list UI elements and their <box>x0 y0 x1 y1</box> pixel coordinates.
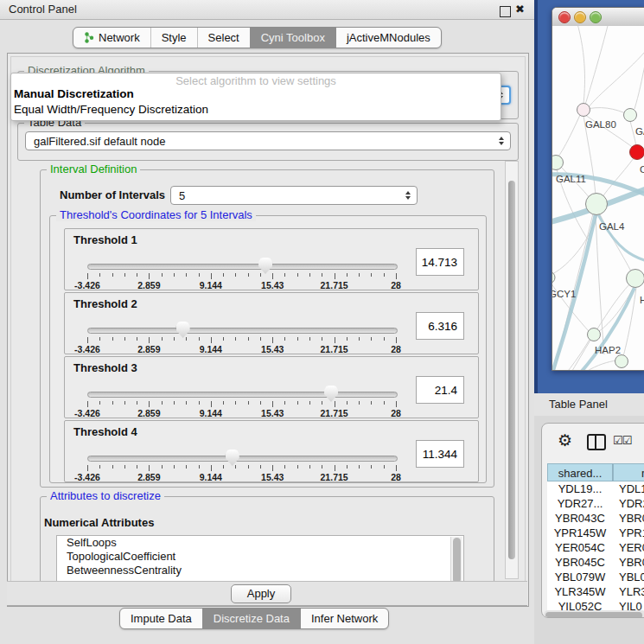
slider-tick <box>162 273 163 277</box>
close-icon[interactable]: ✖ <box>515 3 525 16</box>
slider-tick <box>309 465 310 469</box>
network-canvas[interactable]: GAL80GACGAL11GAL4GCY1HHAP2 <box>552 26 644 370</box>
tick-label: 15.43 <box>261 472 284 482</box>
numerical-attributes-list[interactable]: SelfLoopsTopologicalCoefficientBetweenne… <box>56 535 464 587</box>
network-node[interactable] <box>588 328 601 341</box>
column-header-2[interactable]: n... <box>613 463 644 481</box>
table-row[interactable]: YDL19...YDL1 <box>547 481 644 496</box>
bottom-tab-discretize-data[interactable]: Discretize Data <box>202 609 300 628</box>
slider-tick <box>272 337 273 343</box>
tick-label: 2.859 <box>137 344 160 354</box>
tick-label: 28 <box>391 344 401 354</box>
attributes-scrollbar-thumb[interactable] <box>453 538 461 583</box>
network-graph: GAL80GACGAL11GAL4GCY1HHAP2 <box>552 26 644 370</box>
tick-label: 21.715 <box>321 280 348 290</box>
attribute-item[interactable]: SelfLoops <box>57 536 463 550</box>
algorithm-option-manual[interactable]: Manual Discretization <box>14 87 498 101</box>
slider-tick <box>211 337 212 343</box>
attributes-group-title: Attributes to discretize <box>47 489 164 502</box>
network-node[interactable] <box>586 194 608 215</box>
split-columns-icon[interactable] <box>587 434 606 450</box>
panel-vertical-scrollbar[interactable] <box>505 161 519 579</box>
close-traffic-light-icon[interactable] <box>558 11 571 23</box>
control-panel-title: Control Panel <box>9 3 77 16</box>
slider-tick <box>272 465 273 471</box>
slider-tick <box>162 401 163 405</box>
slider-tick <box>199 401 200 405</box>
tab-jactivemnodules[interactable]: jActiveMNodules <box>335 28 441 48</box>
attribute-item[interactable]: TopologicalCoefficient <box>57 550 463 564</box>
select-columns-icon[interactable]: ☑☑ <box>613 434 631 447</box>
table-row[interactable]: YPR145WYPR1 <box>547 526 644 540</box>
node-label: GCY1 <box>552 289 576 299</box>
bottom-tab-impute-data[interactable]: Impute Data <box>120 609 202 628</box>
node-label: H <box>640 295 644 305</box>
threshold-value-field[interactable]: 11.344 <box>416 440 464 468</box>
gear-icon[interactable]: ⚙ <box>558 430 572 450</box>
table-scrollbar-thumb[interactable] <box>545 612 642 619</box>
slider-tick <box>149 273 150 279</box>
attribute-items: SelfLoopsTopologicalCoefficientBetweenne… <box>57 536 463 577</box>
slider-tick <box>124 401 125 405</box>
slider-tick <box>87 465 88 471</box>
apply-button[interactable]: Apply <box>231 584 291 603</box>
algorithm-option-equal-width[interactable]: Equal Width/Frequency Discretization <box>14 103 498 117</box>
slider-tick <box>384 337 385 341</box>
attribute-item[interactable]: BetweennessCentrality <box>57 564 463 577</box>
table-horizontal-scrollbar[interactable] <box>544 610 644 618</box>
minimize-traffic-light-icon[interactable] <box>574 11 586 23</box>
table-row[interactable]: YDR27...YDR2 <box>547 496 644 511</box>
slider-track[interactable] <box>87 392 398 398</box>
slider-tick <box>335 273 335 279</box>
slider-handle[interactable] <box>226 450 239 466</box>
slider-handle[interactable] <box>258 258 272 274</box>
table-data-combobox[interactable]: galFiltered.sif default node <box>25 131 511 150</box>
threshold-panel-4: Threshold 4-3.4262.8599.14415.4321.71528… <box>64 420 479 482</box>
table-row[interactable]: YLR345WYLR3 <box>547 584 644 599</box>
table-row[interactable]: YBR043CYBR0 <box>547 511 644 526</box>
slider-track[interactable] <box>87 264 398 270</box>
control-panel-window: Control Panel ✖ NetworkStyleSelectCyni T… <box>0 0 534 644</box>
slider-ticks <box>87 401 396 408</box>
network-node[interactable] <box>615 355 628 368</box>
tick-label: 15.43 <box>261 408 284 418</box>
network-node[interactable] <box>630 145 644 160</box>
attributes-scrollbar[interactable] <box>450 537 462 585</box>
slider-track[interactable] <box>87 328 398 334</box>
slider-handle[interactable] <box>324 386 338 402</box>
threshold-value-field[interactable]: 21.4 <box>416 376 464 404</box>
column-header-1[interactable]: shared... <box>547 463 613 481</box>
network-node[interactable] <box>552 156 564 170</box>
slider-tick <box>124 465 125 469</box>
network-window-titlebar[interactable] <box>552 8 644 27</box>
table-cell: YLR345W <box>547 584 613 599</box>
table-row[interactable]: YER054CYER0 <box>547 540 644 555</box>
tab-style[interactable]: Style <box>150 28 197 48</box>
tab-label: Network <box>99 31 140 44</box>
threshold-label: Threshold 4 <box>73 425 137 438</box>
tab-select[interactable]: Select <box>197 28 250 48</box>
slider-track[interactable] <box>87 456 398 462</box>
tab-network[interactable]: Network <box>73 28 150 48</box>
float-window-icon[interactable] <box>500 6 511 17</box>
network-node[interactable] <box>577 104 590 117</box>
table-row[interactable]: YBR045CYBR0 <box>547 555 644 570</box>
zoom-traffic-light-icon[interactable] <box>590 11 602 23</box>
table-cell: YBR0 <box>613 511 644 526</box>
slider-tick-labels: -3.4262.8599.14415.4321.71528 <box>87 280 396 290</box>
table-row[interactable]: YBL079WYBL0 <box>547 570 644 584</box>
slider-tick <box>335 401 335 407</box>
slider-handle[interactable] <box>176 322 190 338</box>
panel-scrollbar-thumb[interactable] <box>508 181 515 559</box>
network-node[interactable] <box>624 109 637 122</box>
number-of-intervals-combobox[interactable]: 5 <box>170 186 418 205</box>
node-label: GAL11 <box>556 174 586 184</box>
tab-label: Impute Data <box>131 612 192 625</box>
slider-tick <box>162 337 163 341</box>
bottom-tab-infer-network[interactable]: Infer Network <box>300 609 388 628</box>
tab-cyni-toolbox[interactable]: Cyni Toolbox <box>250 28 335 48</box>
network-node[interactable] <box>627 270 644 288</box>
table-cell: YBR0 <box>613 555 644 570</box>
threshold-value-field[interactable]: 6.316 <box>416 312 464 340</box>
threshold-value-field[interactable]: 14.713 <box>416 248 464 276</box>
